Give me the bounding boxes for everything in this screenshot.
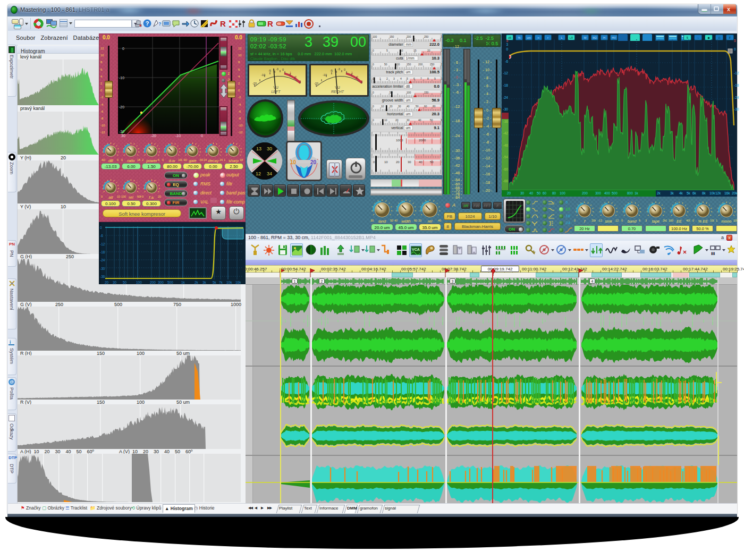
svg-text:150: 150 [424,91,429,94]
svg-text:56.9: 56.9 [432,98,439,103]
svg-text:40: 40 [419,160,422,164]
svg-text:2: 2 [142,158,143,162]
svg-text:40: 40 [407,105,410,108]
svg-text:10: 10 [381,105,384,108]
svg-text:?: ? [158,21,162,27]
svg-text:1: 1 [716,219,717,222]
svg-text:50: 50 [390,219,393,222]
svg-text:3: 3 [361,80,362,83]
svg-text:10: 10 [441,77,442,80]
svg-text:50: 50 [430,160,434,164]
svg-text:250: 250 [424,35,429,38]
svg-text:0: 0 [122,47,124,50]
svg-text:25: 25 [441,49,442,52]
svg-text:0: 0 [373,118,374,122]
svg-text:0: 0 [621,219,623,222]
svg-text:land: land [378,219,386,224]
svg-text:um: um [406,126,411,130]
svg-text:decay: decay [208,158,219,163]
svg-text:0.0: 0.0 [434,84,439,89]
svg-text:-5: -5 [330,69,333,72]
svg-text:200: 200 [441,91,442,94]
svg-text:sink: sink [605,219,613,224]
svg-text:VU: VU [273,86,278,89]
svg-text:4: 4 [400,77,402,80]
svg-text:250: 250 [430,63,435,66]
svg-text:300: 300 [158,281,164,284]
svg-text:9: 9 [434,77,436,80]
svg-text:acceleration limiter: acceleration limiter [372,84,403,88]
svg-text:13: 13 [256,146,261,151]
svg-text:5: 5 [407,77,408,80]
svg-text:0: 0 [142,195,143,198]
svg-text:12: 12 [256,171,261,176]
svg-text:10: 10 [384,118,387,122]
svg-text:groove width: groove width [382,98,403,103]
svg-text:20: 20 [418,219,421,222]
svg-text:24: 24 [219,158,223,162]
svg-text:0: 0 [373,91,374,94]
svg-text:6: 6 [639,219,640,222]
svg-text:track pitch: track pitch [386,70,403,74]
svg-text:0: 0 [162,158,164,162]
svg-text:-24: -24 [100,258,105,262]
svg-text:6: 6 [413,77,415,80]
svg-text:1000: 1000 [396,139,403,142]
svg-text:34: 34 [267,171,272,176]
svg-text:50: 50 [384,63,387,66]
svg-text:▮▮: ▮▮ [711,251,715,255]
svg-text:60: 60 [414,219,417,222]
svg-text:2: 2 [386,77,388,80]
svg-text:1: 1 [290,71,291,74]
svg-text:-10: -10 [323,73,327,77]
svg-text:-5: -5 [268,69,271,72]
svg-text:dB: dB [108,158,113,163]
svg-text:20: 20 [396,160,400,164]
svg-text:0: 0 [692,219,694,222]
svg-text:40: 40 [394,219,398,222]
svg-text:0: 0 [373,49,374,52]
svg-text:30: 30 [370,219,374,222]
svg-text:-3: -3 [276,67,278,71]
svg-text:-6: -6 [100,234,103,237]
svg-text:10.3: 10.3 [432,56,439,61]
svg-text:30: 30 [113,281,117,284]
svg-text:18: 18 [240,158,243,162]
svg-text:% EE: % EE [698,219,708,224]
svg-text:20: 20 [390,105,393,108]
svg-text:10: 10 [117,195,120,198]
svg-text:3: 3 [645,219,647,222]
svg-text:f: f [584,219,586,224]
svg-text:band: band [628,219,637,224]
svg-text:att: att [108,195,113,200]
svg-text:15: 15 [413,49,417,52]
svg-text:1: 1 [224,158,225,162]
svg-text:10: 10 [290,159,297,165]
svg-text:-30: -30 [100,267,105,270]
svg-text:0: 0 [282,68,284,71]
svg-text:222.0: 222.0 [429,42,439,47]
svg-text:0: 0 [121,158,123,162]
svg-text:40: 40 [418,118,421,122]
svg-text:1: 1 [351,71,353,74]
svg-text:VCA: VCA [412,248,420,251]
svg-text:rel: rel [428,219,433,224]
svg-text:0: 0 [574,219,576,222]
svg-text:3k: 3k [202,281,207,284]
svg-text:mono: mono [722,219,732,224]
svg-text:diameter: diameter [388,43,403,46]
svg-text:gate: gate [189,158,197,163]
svg-text:dB: dB [406,84,410,88]
svg-text:width: width [401,219,411,224]
svg-text:60: 60 [441,118,442,122]
svg-text:100: 100 [669,219,673,222]
svg-text:1: 1 [379,77,381,80]
svg-text:cutả: cutả [396,56,403,60]
svg-text:20: 20 [105,281,109,284]
svg-text:150: 150 [390,35,394,38]
svg-text:RECHT: RECHT [331,90,344,94]
svg-text:0: 0 [373,105,374,108]
svg-text:150: 150 [407,63,411,66]
svg-text:-20: -20 [314,82,318,85]
svg-text:30: 30 [407,118,410,122]
